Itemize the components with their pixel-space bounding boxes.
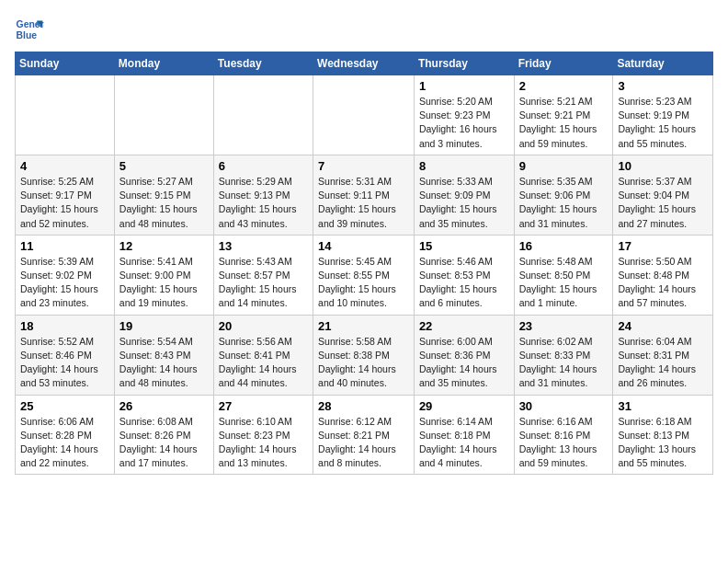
calendar-cell: 2Sunrise: 5:21 AM Sunset: 9:21 PM Daylig…: [514, 75, 613, 155]
day-number: 10: [618, 159, 708, 173]
day-number: 12: [119, 239, 209, 253]
day-info: Sunrise: 5:58 AM Sunset: 8:38 PM Dayligh…: [318, 335, 409, 391]
day-number: 11: [20, 239, 109, 253]
calendar-cell: 24Sunrise: 6:04 AM Sunset: 8:31 PM Dayli…: [613, 315, 713, 395]
calendar-cell: 31Sunrise: 6:18 AM Sunset: 8:13 PM Dayli…: [613, 395, 713, 475]
day-number: 25: [20, 399, 109, 413]
calendar-cell: 13Sunrise: 5:43 AM Sunset: 8:57 PM Dayli…: [213, 235, 313, 315]
calendar-cell: 1Sunrise: 5:20 AM Sunset: 9:23 PM Daylig…: [414, 75, 514, 155]
calendar-cell: 16Sunrise: 5:48 AM Sunset: 8:50 PM Dayli…: [514, 235, 613, 315]
day-number: 17: [618, 239, 708, 253]
day-info: Sunrise: 6:02 AM Sunset: 8:33 PM Dayligh…: [519, 335, 609, 391]
logo-icon: General Blue: [15, 15, 44, 44]
calendar-cell: 12Sunrise: 5:41 AM Sunset: 9:00 PM Dayli…: [114, 235, 213, 315]
day-info: Sunrise: 5:21 AM Sunset: 9:21 PM Dayligh…: [519, 95, 609, 151]
day-number: 4: [20, 159, 109, 173]
day-number: 23: [519, 319, 609, 333]
day-info: Sunrise: 5:41 AM Sunset: 9:00 PM Dayligh…: [119, 255, 209, 311]
calendar-cell: 3Sunrise: 5:23 AM Sunset: 9:19 PM Daylig…: [613, 75, 713, 155]
day-number: 2: [519, 79, 609, 93]
calendar-cell: [213, 75, 313, 155]
svg-text:Blue: Blue: [17, 30, 38, 40]
calendar-week-3: 11Sunrise: 5:39 AM Sunset: 9:02 PM Dayli…: [16, 235, 713, 315]
day-number: 31: [618, 399, 708, 413]
calendar-week-1: 1Sunrise: 5:20 AM Sunset: 9:23 PM Daylig…: [16, 75, 713, 155]
day-info: Sunrise: 6:06 AM Sunset: 8:28 PM Dayligh…: [20, 415, 109, 471]
calendar-week-4: 18Sunrise: 5:52 AM Sunset: 8:46 PM Dayli…: [16, 315, 713, 395]
calendar-cell: 30Sunrise: 6:16 AM Sunset: 8:16 PM Dayli…: [514, 395, 613, 475]
calendar-cell: [313, 75, 415, 155]
day-number: 22: [419, 319, 509, 333]
day-number: 7: [318, 159, 409, 173]
day-info: Sunrise: 6:10 AM Sunset: 8:23 PM Dayligh…: [219, 415, 308, 471]
calendar-cell: 25Sunrise: 6:06 AM Sunset: 8:28 PM Dayli…: [16, 395, 115, 475]
day-number: 9: [519, 159, 609, 173]
day-info: Sunrise: 5:29 AM Sunset: 9:13 PM Dayligh…: [219, 175, 308, 231]
day-info: Sunrise: 6:18 AM Sunset: 8:13 PM Dayligh…: [618, 415, 708, 471]
calendar-cell: 6Sunrise: 5:29 AM Sunset: 9:13 PM Daylig…: [213, 155, 313, 235]
day-number: 28: [318, 399, 409, 413]
calendar-cell: [16, 75, 115, 155]
day-info: Sunrise: 5:37 AM Sunset: 9:04 PM Dayligh…: [618, 175, 708, 231]
day-info: Sunrise: 6:00 AM Sunset: 8:36 PM Dayligh…: [419, 335, 509, 391]
day-number: 20: [219, 319, 308, 333]
day-info: Sunrise: 5:33 AM Sunset: 9:09 PM Dayligh…: [419, 175, 509, 231]
col-header-monday: Monday: [114, 52, 213, 75]
calendar-cell: 14Sunrise: 5:45 AM Sunset: 8:55 PM Dayli…: [313, 235, 415, 315]
day-info: Sunrise: 5:27 AM Sunset: 9:15 PM Dayligh…: [119, 175, 209, 231]
calendar-cell: 7Sunrise: 5:31 AM Sunset: 9:11 PM Daylig…: [313, 155, 415, 235]
day-number: 3: [618, 79, 708, 93]
day-info: Sunrise: 5:54 AM Sunset: 8:43 PM Dayligh…: [119, 335, 209, 391]
page-header: General Blue: [15, 15, 713, 44]
day-number: 5: [119, 159, 209, 173]
day-number: 29: [419, 399, 509, 413]
calendar-cell: 21Sunrise: 5:58 AM Sunset: 8:38 PM Dayli…: [313, 315, 415, 395]
calendar-cell: 18Sunrise: 5:52 AM Sunset: 8:46 PM Dayli…: [16, 315, 115, 395]
day-info: Sunrise: 5:48 AM Sunset: 8:50 PM Dayligh…: [519, 255, 609, 311]
day-number: 24: [618, 319, 708, 333]
calendar-cell: 20Sunrise: 5:56 AM Sunset: 8:41 PM Dayli…: [213, 315, 313, 395]
col-header-thursday: Thursday: [414, 52, 514, 75]
day-info: Sunrise: 5:46 AM Sunset: 8:53 PM Dayligh…: [419, 255, 509, 311]
day-number: 30: [519, 399, 609, 413]
calendar-cell: 26Sunrise: 6:08 AM Sunset: 8:26 PM Dayli…: [114, 395, 213, 475]
col-header-sunday: Sunday: [16, 52, 115, 75]
calendar-cell: 9Sunrise: 5:35 AM Sunset: 9:06 PM Daylig…: [514, 155, 613, 235]
day-number: 6: [219, 159, 308, 173]
day-number: 19: [119, 319, 209, 333]
calendar-cell: 29Sunrise: 6:14 AM Sunset: 8:18 PM Dayli…: [414, 395, 514, 475]
calendar-cell: 4Sunrise: 5:25 AM Sunset: 9:17 PM Daylig…: [16, 155, 115, 235]
day-info: Sunrise: 5:50 AM Sunset: 8:48 PM Dayligh…: [618, 255, 708, 311]
day-info: Sunrise: 5:39 AM Sunset: 9:02 PM Dayligh…: [20, 255, 109, 311]
day-info: Sunrise: 5:35 AM Sunset: 9:06 PM Dayligh…: [519, 175, 609, 231]
calendar-week-2: 4Sunrise: 5:25 AM Sunset: 9:17 PM Daylig…: [16, 155, 713, 235]
calendar-cell: 5Sunrise: 5:27 AM Sunset: 9:15 PM Daylig…: [114, 155, 213, 235]
col-header-friday: Friday: [514, 52, 613, 75]
day-info: Sunrise: 5:31 AM Sunset: 9:11 PM Dayligh…: [318, 175, 409, 231]
day-number: 18: [20, 319, 109, 333]
day-number: 26: [119, 399, 209, 413]
calendar-cell: 17Sunrise: 5:50 AM Sunset: 8:48 PM Dayli…: [613, 235, 713, 315]
calendar-table: SundayMondayTuesdayWednesdayThursdayFrid…: [15, 52, 713, 475]
calendar-cell: [114, 75, 213, 155]
day-number: 14: [318, 239, 409, 253]
day-info: Sunrise: 5:52 AM Sunset: 8:46 PM Dayligh…: [20, 335, 109, 391]
calendar-cell: 19Sunrise: 5:54 AM Sunset: 8:43 PM Dayli…: [114, 315, 213, 395]
day-number: 16: [519, 239, 609, 253]
day-info: Sunrise: 5:20 AM Sunset: 9:23 PM Dayligh…: [419, 95, 509, 151]
day-number: 8: [419, 159, 509, 173]
day-info: Sunrise: 5:25 AM Sunset: 9:17 PM Dayligh…: [20, 175, 109, 231]
calendar-cell: 28Sunrise: 6:12 AM Sunset: 8:21 PM Dayli…: [313, 395, 415, 475]
calendar-cell: 15Sunrise: 5:46 AM Sunset: 8:53 PM Dayli…: [414, 235, 514, 315]
day-info: Sunrise: 6:14 AM Sunset: 8:18 PM Dayligh…: [419, 415, 509, 471]
day-info: Sunrise: 5:45 AM Sunset: 8:55 PM Dayligh…: [318, 255, 409, 311]
day-info: Sunrise: 6:04 AM Sunset: 8:31 PM Dayligh…: [618, 335, 708, 391]
day-number: 15: [419, 239, 509, 253]
calendar-cell: 8Sunrise: 5:33 AM Sunset: 9:09 PM Daylig…: [414, 155, 514, 235]
day-info: Sunrise: 5:43 AM Sunset: 8:57 PM Dayligh…: [219, 255, 308, 311]
calendar-header-row: SundayMondayTuesdayWednesdayThursdayFrid…: [16, 52, 713, 75]
day-info: Sunrise: 6:12 AM Sunset: 8:21 PM Dayligh…: [318, 415, 409, 471]
calendar-cell: 23Sunrise: 6:02 AM Sunset: 8:33 PM Dayli…: [514, 315, 613, 395]
day-number: 1: [419, 79, 509, 93]
calendar-cell: 11Sunrise: 5:39 AM Sunset: 9:02 PM Dayli…: [16, 235, 115, 315]
